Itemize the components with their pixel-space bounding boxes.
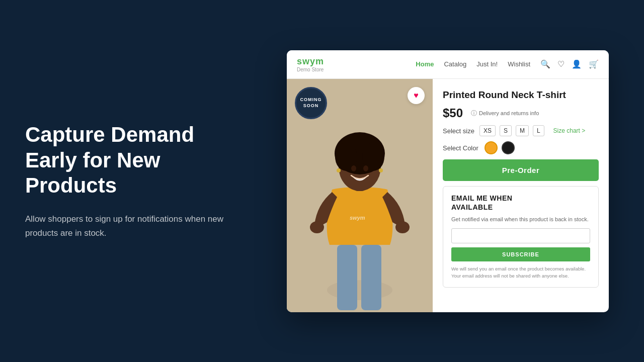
nav-brand: swym Demo Store (297, 56, 324, 72)
product-image-wrap: COMINGSOON ♥ (287, 79, 433, 312)
wishlist-heart-icon: ♥ (414, 91, 419, 100)
heart-icon[interactable]: ♡ (557, 59, 565, 69)
nav: swym Demo Store Home Catalog Just In! Wi… (287, 50, 609, 79)
size-s[interactable]: S (500, 125, 512, 136)
svg-text:swym: swym (350, 215, 365, 221)
email-notify-desc: Get notified via email when this product… (451, 215, 590, 224)
size-options: XS S M L (479, 125, 544, 136)
email-input[interactable] (451, 228, 590, 243)
email-disclaimer: We will send you an email once the produ… (451, 265, 590, 280)
email-notify-title: EMAIL ME WHENAVAILABLE (451, 194, 590, 212)
brand-sub: Demo Store (297, 67, 324, 72)
svg-point-14 (337, 168, 341, 172)
badge-text: COMINGSOON (300, 97, 322, 109)
nav-links: Home Catalog Just In! Wishlist (416, 60, 530, 68)
info-icon: ⓘ (471, 109, 477, 118)
size-row: Select size XS S M L Size chart > (443, 125, 599, 136)
subtext: Allow shoppers to sign up for notificati… (25, 212, 226, 239)
size-m[interactable]: M (516, 125, 529, 136)
product-area: COMINGSOON ♥ (287, 79, 609, 312)
left-panel: Capture Demand Early for New Products Al… (0, 92, 252, 270)
color-label: Select Color (443, 144, 478, 152)
account-icon[interactable]: 👤 (572, 59, 582, 69)
right-panel: swym Demo Store Home Catalog Just In! Wi… (252, 40, 644, 322)
nav-icons: 🔍 ♡ 👤 🛒 (540, 59, 599, 69)
color-options (485, 141, 515, 154)
svg-rect-3 (361, 245, 381, 310)
size-label: Select size (443, 127, 474, 135)
svg-point-12 (363, 165, 368, 171)
price-row: $50 ⓘ Delivery and returns info (443, 106, 599, 120)
delivery-info: ⓘ Delivery and returns info (471, 109, 539, 118)
svg-point-15 (379, 168, 383, 172)
nav-home[interactable]: Home (416, 60, 434, 68)
subscribe-button[interactable]: SUBSCRIBE (451, 247, 590, 261)
search-icon[interactable]: 🔍 (540, 59, 550, 69)
svg-point-4 (310, 221, 324, 233)
svg-rect-2 (337, 245, 357, 310)
nav-catalog[interactable]: Catalog (444, 60, 466, 68)
svg-point-5 (395, 221, 410, 233)
color-swatch-orange[interactable] (485, 141, 498, 154)
storefront-card: swym Demo Store Home Catalog Just In! Wi… (287, 50, 609, 312)
size-l[interactable]: L (533, 125, 544, 136)
color-row: Select Color (443, 141, 599, 154)
size-xs[interactable]: XS (479, 125, 496, 136)
nav-wishlist[interactable]: Wishlist (508, 60, 530, 68)
svg-point-1 (327, 280, 392, 300)
nav-just-in[interactable]: Just In! (476, 60, 498, 68)
email-notify-box: EMAIL ME WHENAVAILABLE Get notified via … (443, 186, 599, 287)
headline: Capture Demand Early for New Products (25, 122, 226, 198)
size-chart-link[interactable]: Size chart > (553, 127, 586, 134)
wishlist-button[interactable]: ♥ (408, 87, 425, 104)
product-details: Printed Round Neck T-shirt $50 ⓘ Deliver… (433, 79, 609, 312)
product-title: Printed Round Neck T-shirt (443, 89, 599, 102)
coming-soon-badge: COMINGSOON (295, 87, 327, 119)
preorder-button[interactable]: Pre-Order (443, 159, 599, 181)
svg-point-11 (351, 165, 356, 171)
brand-name: swym (297, 56, 324, 67)
product-price: $50 (443, 106, 463, 120)
cart-icon[interactable]: 🛒 (589, 59, 599, 69)
color-swatch-black[interactable] (502, 141, 515, 154)
